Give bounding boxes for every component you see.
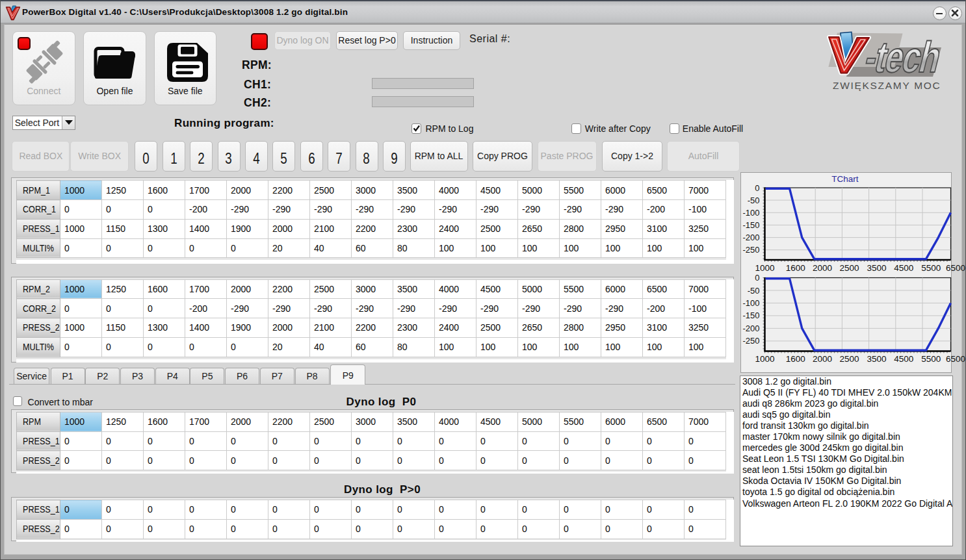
svg-text:6500: 6500: [946, 263, 965, 273]
svg-text:-200: -200: [742, 233, 759, 242]
svg-text:1000: 1000: [755, 354, 775, 364]
svg-text:1000: 1000: [755, 263, 775, 273]
svg-text:6500: 6500: [946, 354, 965, 364]
svg-text:2500: 2500: [839, 263, 859, 273]
svg-text:0: 0: [755, 273, 759, 283]
svg-text:3500: 3500: [867, 354, 886, 364]
svg-text:0: 0: [755, 183, 759, 193]
svg-text:4500: 4500: [894, 354, 913, 364]
svg-text:-50: -50: [748, 286, 760, 296]
svg-text:-100: -100: [742, 298, 759, 308]
svg-text:4500: 4500: [894, 263, 913, 273]
svg-text:5500: 5500: [921, 263, 941, 273]
svg-text:2000: 2000: [813, 354, 832, 364]
svg-text:-150: -150: [742, 311, 759, 320]
svg-text:-100: -100: [742, 208, 759, 218]
svg-text:1600: 1600: [786, 263, 805, 273]
svg-text:-150: -150: [742, 220, 759, 230]
svg-text:-50: -50: [748, 196, 760, 205]
svg-text:3500: 3500: [867, 263, 886, 273]
svg-text:TChart: TChart: [831, 174, 859, 184]
svg-text:2500: 2500: [839, 354, 859, 364]
svg-text:-200: -200: [742, 324, 759, 333]
svg-text:1600: 1600: [786, 354, 805, 364]
svg-text:-tech: -tech: [860, 32, 945, 81]
svg-text:2000: 2000: [813, 263, 832, 273]
svg-text:5500: 5500: [921, 354, 941, 364]
svg-text:-250: -250: [742, 245, 759, 255]
svg-text:-250: -250: [742, 336, 759, 346]
